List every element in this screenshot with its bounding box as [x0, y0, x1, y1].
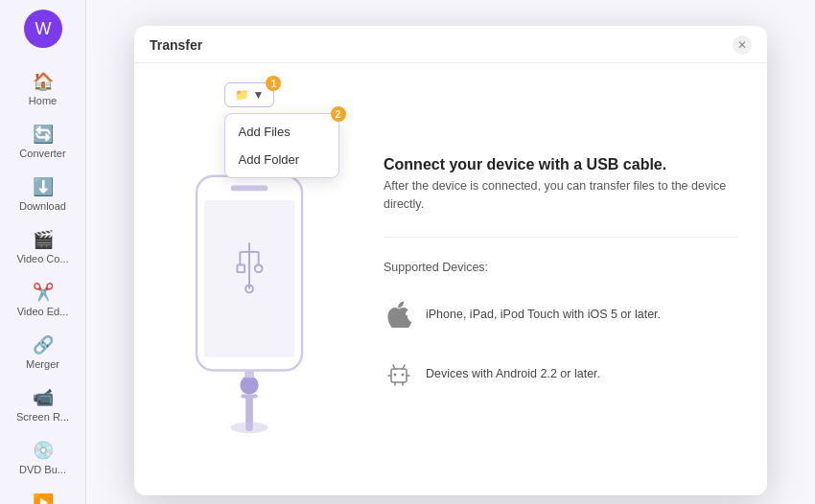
android-device-text: Devices with Android 2.2 or later. [426, 367, 600, 380]
dialog-titlebar: Transfer ✕ [134, 26, 767, 63]
svg-point-19 [402, 373, 405, 376]
downloader-icon: ⬇️ [33, 176, 54, 197]
svg-rect-13 [244, 370, 254, 378]
sidebar-item-dvd-burn[interactable]: 💿 DVD Bu... [5, 432, 82, 483]
apple-device-text: iPhone, iPad, iPod Touch with iOS 5 or l… [426, 308, 661, 321]
right-panel: Connect your device with a USB cable. Af… [364, 63, 767, 495]
sidebar-item-screen-rec[interactable]: 📹 Screen R... [5, 379, 82, 430]
android-device-item: Devices with Android 2.2 or later. [384, 358, 738, 389]
supported-label: Supported Devices: [384, 261, 738, 274]
sidebar-item-video-comp[interactable]: 🎬 Video Co... [5, 221, 82, 272]
add-folder-item[interactable]: Add Folder [225, 146, 338, 173]
toolbar: 📁 ▼ 1 2 Add Files Add Folder [224, 82, 275, 107]
svg-rect-3 [231, 185, 268, 191]
sidebar-item-video-edit[interactable]: ✂️ Video Ed... [5, 274, 82, 325]
dialog-close-button[interactable]: ✕ [733, 35, 752, 55]
toolbar-badge-1: 1 [266, 76, 281, 91]
connect-title: Connect your device with a USB cable. [384, 156, 738, 173]
sidebar-item-screen-rec-label: Screen R... [16, 411, 69, 423]
sidebar-item-merger[interactable]: 🔗 Merger [5, 327, 82, 378]
add-files-icon: 📁 [235, 88, 249, 102]
dropdown-badge-2: 2 [331, 106, 346, 122]
divider [384, 237, 738, 238]
dialog-title: Transfer [150, 37, 202, 53]
apple-device-item: iPhone, iPad, iPod Touch with iOS 5 or l… [384, 299, 738, 330]
sidebar-item-converter-label: Converter [19, 148, 65, 159]
svg-text:W: W [35, 19, 51, 38]
video-edit-icon: ✂️ [33, 282, 54, 303]
sidebar-item-dvd-burn-label: DVD Bu... [19, 464, 66, 475]
svg-point-16 [231, 422, 268, 433]
screen-rec-icon: 📹 [33, 387, 54, 408]
main-content: Transfer ✕ 📁 ▼ 1 2 Add [86, 0, 815, 504]
android-icon [384, 358, 414, 389]
add-dropdown-menu: 2 Add Files Add Folder [224, 113, 339, 178]
sidebar: W 🏠 Home 🔄 Converter ⬇️ Download 🎬 Video… [0, 0, 86, 504]
add-dropdown-arrow: ▼ [253, 88, 265, 102]
sidebar-item-home[interactable]: 🏠 Home [5, 63, 82, 114]
apple-icon [384, 299, 414, 330]
add-button[interactable]: 📁 ▼ 1 [224, 82, 275, 107]
sidebar-item-video-edit-label: Video Ed... [17, 306, 69, 317]
svg-point-12 [240, 376, 258, 394]
add-folder-label: Add Folder [239, 152, 300, 167]
sidebar-item-downloader-label: Download [19, 200, 66, 212]
converter-icon: 🔄 [33, 124, 54, 145]
sidebar-item-merger-label: Merger [26, 358, 59, 370]
merger-icon: 🔗 [33, 334, 54, 355]
svg-rect-17 [391, 369, 407, 382]
sidebar-item-converter[interactable]: 🔄 Converter [5, 116, 82, 167]
connect-subtitle: After the device is connected, you can t… [384, 177, 738, 214]
video-comp-icon: 🎬 [33, 229, 54, 250]
home-icon: 🏠 [33, 71, 54, 92]
svg-point-18 [394, 373, 397, 376]
sidebar-item-video-comp-label: Video Co... [16, 253, 68, 264]
player-icon: ▶️ [33, 493, 54, 504]
add-files-label: Add Files [239, 125, 291, 139]
app-logo: W [24, 10, 62, 48]
transfer-dialog: Transfer ✕ 📁 ▼ 1 2 Add [134, 26, 767, 495]
sidebar-item-downloader[interactable]: ⬇️ Download [5, 169, 82, 219]
dialog-body: 📁 ▼ 1 2 Add Files Add Folder [134, 63, 767, 495]
add-files-item[interactable]: Add Files [225, 118, 338, 146]
sidebar-item-player[interactable]: ▶️ Player [5, 485, 82, 504]
left-panel: 📁 ▼ 1 2 Add Files Add Folder [134, 63, 364, 495]
sidebar-item-home-label: Home [29, 95, 57, 106]
dvd-burn-icon: 💿 [33, 440, 54, 461]
